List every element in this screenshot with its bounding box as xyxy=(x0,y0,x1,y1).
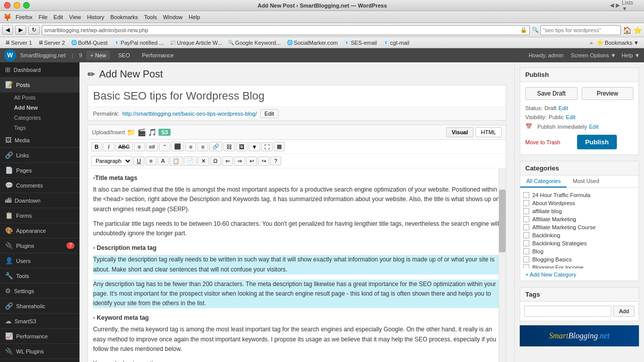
back-button[interactable]: ◀ xyxy=(2,25,13,35)
special-char-button[interactable]: Ω xyxy=(210,156,221,165)
tags-add-button[interactable]: Add xyxy=(613,306,634,317)
publish-edit-link[interactable]: Edit xyxy=(589,124,599,130)
justify-button[interactable]: ≡ xyxy=(145,156,156,165)
post-title-input[interactable] xyxy=(88,85,506,107)
strikethrough-button[interactable]: ABC xyxy=(115,142,133,151)
bookmark-google[interactable]: 🔍Google Keyword... xyxy=(226,40,283,46)
bookmark-socialmarker[interactable]: 🌐SocialMarker.com xyxy=(285,40,340,46)
screen-options-button[interactable]: Screen Options ▼ xyxy=(571,52,616,58)
underline-button[interactable]: U xyxy=(133,156,144,165)
bold-button[interactable]: B xyxy=(91,142,102,151)
add-new-category-link[interactable]: + Add New Category xyxy=(520,268,638,281)
close-button[interactable] xyxy=(4,2,11,9)
menu-window[interactable]: Window xyxy=(163,14,183,20)
more-toolbar-button[interactable]: ▼ xyxy=(249,142,260,151)
most-used-tab[interactable]: Most Used xyxy=(567,175,605,188)
sidebar-item-forms[interactable]: 📋 Forms xyxy=(0,208,79,223)
align-center-button[interactable]: ≡ xyxy=(185,142,196,151)
cat-cb-9[interactable] xyxy=(523,256,529,262)
cat-cb-6[interactable] xyxy=(523,232,529,238)
sidebar-item-downtown[interactable]: 🏙 Downtown xyxy=(0,193,79,208)
menu-file[interactable]: File xyxy=(39,14,48,20)
remove-format-button[interactable]: ✕ xyxy=(198,156,209,166)
align-left-button[interactable]: ⬛ xyxy=(171,142,184,151)
bookmark-bofm[interactable]: 🌐BofM-Quest xyxy=(69,40,110,46)
media-upload-btn[interactable]: S3 xyxy=(158,129,170,136)
sidebar-item-seo[interactable]: 🔍 SEO xyxy=(0,359,79,362)
bookmark-article[interactable]: 📰Unique Article W... xyxy=(168,40,224,46)
sidebar-item-links[interactable]: 🔗 Links xyxy=(0,148,79,163)
cat-cb-10[interactable] xyxy=(523,264,529,268)
cat-cb-7[interactable] xyxy=(523,240,529,246)
cat-cb-1[interactable] xyxy=(523,192,529,198)
home-icon[interactable]: 🏠 xyxy=(623,26,631,34)
status-edit-link[interactable]: Edit xyxy=(558,105,568,111)
search-bar[interactable]: "seo tips for wordpress" xyxy=(540,25,621,35)
wp-seo-button[interactable]: SEO xyxy=(114,51,134,60)
sidebar-item-performance[interactable]: 📈 Performance xyxy=(0,329,79,344)
sidebar-item-pages[interactable]: 📄 Pages xyxy=(0,163,79,178)
permalink-edit-button[interactable]: Edit xyxy=(260,109,279,118)
sidebar-item-appearance[interactable]: 🎨 Appearance xyxy=(0,223,79,238)
bookmark-cgt[interactable]: 📧cgt-mail xyxy=(381,40,412,46)
minimize-button[interactable] xyxy=(14,2,20,9)
wp-site-name[interactable]: SmartBlogging.net xyxy=(20,52,66,58)
bookmark-server1[interactable]: 🖥Server 1 xyxy=(3,40,34,46)
unlink-button[interactable]: ⛓ xyxy=(223,142,235,151)
tags-input[interactable] xyxy=(524,306,611,317)
sidebar-item-smarts3[interactable]: ☁ SmartS3 xyxy=(0,314,79,329)
paste-text-button[interactable]: 📋 xyxy=(170,156,183,166)
wp-comment-count[interactable]: 9 xyxy=(79,52,82,58)
forward-button[interactable]: ▶ xyxy=(15,25,26,35)
italic-button[interactable]: I xyxy=(103,142,114,151)
bookmark-server2[interactable]: 🖥Server 2 xyxy=(36,40,67,46)
maximize-button[interactable] xyxy=(23,2,30,9)
scroll-thumb[interactable] xyxy=(499,190,506,252)
move-trash-link[interactable]: Move to Trash xyxy=(525,139,560,145)
menu-view[interactable]: View xyxy=(69,14,81,20)
paragraph-select[interactable]: Paragraph Heading 1 Heading 2 xyxy=(91,156,132,166)
paste-word-button[interactable]: 📄 xyxy=(184,156,197,166)
ul-button[interactable]: ≡ xyxy=(134,142,145,151)
ol-button[interactable]: ≡# xyxy=(146,142,158,151)
wp-performance-button[interactable]: Performance xyxy=(138,51,178,60)
cat-cb-8[interactable] xyxy=(523,248,529,254)
editor-body[interactable]: -Title meta tags It also can be claimed … xyxy=(88,168,506,362)
cat-cb-4[interactable] xyxy=(523,216,529,222)
menu-bookmarks[interactable]: Bookmarks xyxy=(110,14,138,20)
bookmark-ses[interactable]: 📧SES-email xyxy=(342,40,379,46)
audio-icon[interactable]: 🎵 xyxy=(148,128,156,136)
undo-button[interactable]: ↩ xyxy=(246,156,257,166)
menu-firefox[interactable]: Firefox xyxy=(16,14,33,20)
save-draft-button[interactable]: Save Draft xyxy=(525,87,578,100)
table-button[interactable]: ▦ xyxy=(274,142,285,151)
menu-help[interactable]: Help xyxy=(189,14,200,20)
firefox-menu[interactable]: Firefox File Edit View History Bookmarks… xyxy=(16,14,200,20)
html-tab[interactable]: HTML xyxy=(475,127,502,137)
help-editor-button[interactable]: ? xyxy=(270,156,281,165)
bookmark-star-icon[interactable]: ⭐ xyxy=(633,26,642,34)
mac-window-buttons[interactable] xyxy=(4,2,30,9)
visual-tab[interactable]: Visual xyxy=(446,127,473,137)
preview-button[interactable]: Preview xyxy=(582,87,634,100)
outdent-button[interactable]: ⇐ xyxy=(222,156,233,166)
menu-tools[interactable]: Tools xyxy=(144,14,157,20)
sidebar-item-settings[interactable]: ⚙ Settings xyxy=(0,284,79,299)
sidebar-sub-tags[interactable]: Tags xyxy=(0,123,79,133)
visibility-edit-link[interactable]: Edit xyxy=(566,114,576,120)
sidebar-item-wl-plugins[interactable]: 🔌 WL Plugins xyxy=(0,344,79,359)
cat-cb-3[interactable] xyxy=(523,208,529,214)
more-bookmarks[interactable]: » xyxy=(590,40,593,46)
text-color-button[interactable]: A xyxy=(157,156,169,165)
cat-cb-2[interactable] xyxy=(523,200,529,206)
sidebar-item-media[interactable]: 🖼 Media xyxy=(0,133,79,148)
sidebar-item-users[interactable]: 👤 Users xyxy=(0,253,79,268)
menu-history[interactable]: History xyxy=(87,14,104,20)
link-button[interactable]: 🔗 xyxy=(209,142,222,151)
menu-edit[interactable]: Edit xyxy=(53,14,63,20)
sidebar-item-comments[interactable]: 💬 Comments xyxy=(0,178,79,193)
redo-button[interactable]: ↪ xyxy=(258,156,269,166)
reload-button[interactable]: ↻ xyxy=(28,25,40,35)
sidebar-item-posts[interactable]: 📝 Posts xyxy=(0,77,79,93)
cat-cb-5[interactable] xyxy=(523,224,529,230)
